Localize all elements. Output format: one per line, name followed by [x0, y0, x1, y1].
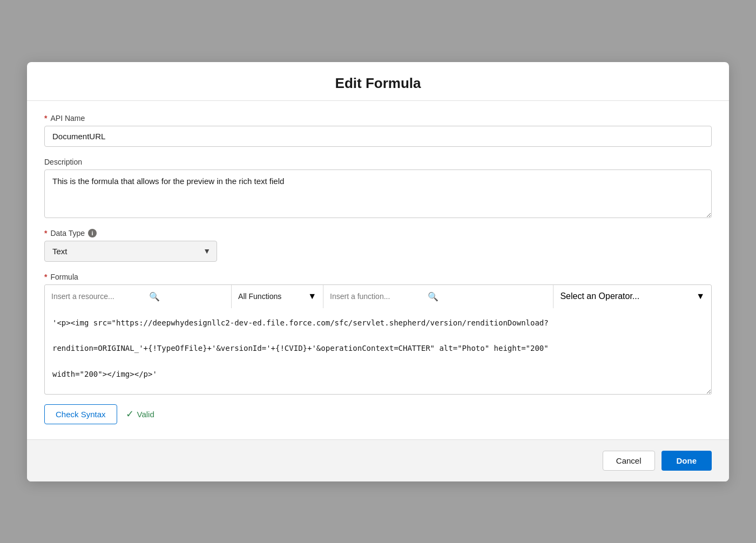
- api-name-label-text: API Name: [50, 114, 85, 123]
- data-type-label: * Data Type i: [44, 229, 712, 237]
- api-name-input[interactable]: [44, 126, 712, 147]
- formula-editor[interactable]: '<p><img src="https://deepwhydesignllc2-…: [44, 308, 712, 395]
- check-syntax-row: Check Syntax ✓ Valid: [44, 398, 712, 426]
- operator-chevron-icon: ▼: [696, 291, 705, 301]
- edit-formula-modal: Edit Formula * API Name Description This…: [27, 62, 729, 481]
- formula-field-group: * Formula 🔍 All Functions: [44, 273, 712, 426]
- api-name-required: *: [44, 114, 47, 123]
- data-type-select[interactable]: Text: [44, 241, 217, 262]
- resource-search-section[interactable]: 🔍: [45, 285, 232, 308]
- formula-toolbar: 🔍 All Functions ▼ 🔍: [44, 284, 712, 308]
- description-label-text: Description: [44, 158, 82, 166]
- function-search-section[interactable]: 🔍: [323, 285, 554, 308]
- data-type-required: *: [44, 229, 47, 237]
- formula-label: * Formula: [44, 273, 712, 281]
- data-type-label-text: Data Type: [50, 229, 85, 237]
- resource-search-input[interactable]: [51, 292, 146, 301]
- api-name-label: * API Name: [44, 114, 712, 123]
- resource-search-icon: 🔍: [149, 291, 160, 302]
- data-type-select-wrapper: Text ▼: [44, 241, 217, 262]
- all-functions-dropdown[interactable]: All Functions ▼: [232, 285, 323, 308]
- modal-overlay: Edit Formula * API Name Description This…: [0, 0, 756, 543]
- modal-title: Edit Formula: [44, 75, 712, 92]
- formula-required: *: [44, 273, 47, 281]
- valid-badge: ✓ Valid: [126, 408, 154, 420]
- all-functions-label: All Functions: [238, 292, 281, 301]
- operator-placeholder-text: Select an Operator...: [560, 291, 639, 301]
- description-field-group: Description This is the formula that all…: [44, 158, 712, 218]
- description-textarea[interactable]: This is the formula that allows for the …: [44, 169, 712, 218]
- done-button[interactable]: Done: [662, 451, 712, 471]
- api-name-field-group: * API Name: [44, 114, 712, 147]
- modal-footer: Cancel Done: [27, 439, 729, 481]
- cancel-button[interactable]: Cancel: [603, 451, 655, 471]
- valid-check-icon: ✓: [126, 408, 134, 420]
- function-search-icon: 🔍: [428, 291, 438, 302]
- operator-dropdown[interactable]: Select an Operator... ▼: [554, 285, 711, 308]
- data-type-info-icon[interactable]: i: [88, 229, 97, 237]
- formula-container: 🔍 All Functions ▼ 🔍: [44, 284, 712, 395]
- check-syntax-button[interactable]: Check Syntax: [44, 404, 117, 424]
- data-type-field-group: * Data Type i Text ▼: [44, 229, 712, 262]
- functions-chevron-icon: ▼: [308, 291, 316, 301]
- function-search-input[interactable]: [330, 292, 424, 301]
- formula-label-text: Formula: [50, 273, 78, 281]
- description-label: Description: [44, 158, 712, 166]
- valid-text: Valid: [137, 410, 154, 419]
- modal-header: Edit Formula: [27, 62, 729, 101]
- modal-body: * API Name Description This is the formu…: [27, 101, 729, 439]
